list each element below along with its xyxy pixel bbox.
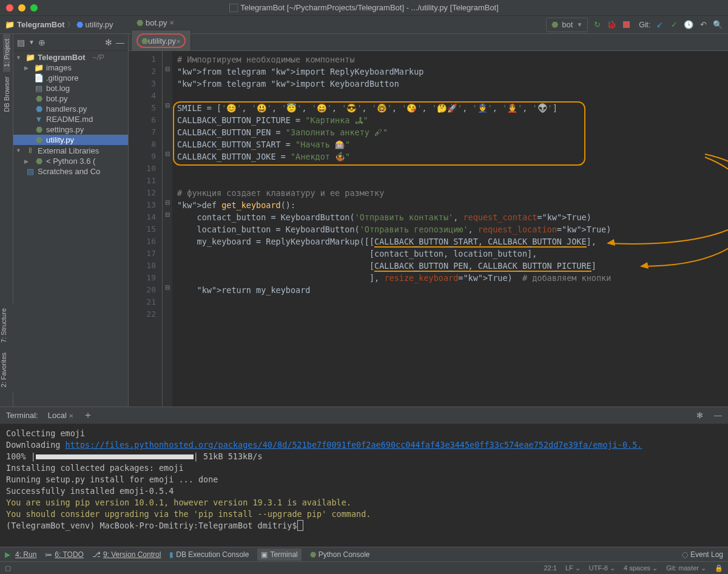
code-line[interactable] <box>177 90 723 102</box>
lock-readonly-icon[interactable]: 🔒 <box>715 564 723 572</box>
terminal-tool-button[interactable]: ▣ Terminal <box>257 549 301 561</box>
collapse-panel-icon[interactable]: — <box>714 411 722 420</box>
external-libraries-node[interactable]: ▼⫴External Libraries <box>13 145 128 156</box>
code-line[interactable]: # функция создает клавиатуру и ее размет… <box>177 187 723 199</box>
update-project-icon[interactable]: ↙ <box>654 19 665 30</box>
scratches-node[interactable]: ▨Scratches and Co <box>13 166 128 177</box>
tool-windows-icon[interactable]: ▢ <box>5 564 11 572</box>
editor-area: ⬣bot.py✕⬣utility.py✕ 1234567891011121314… <box>129 34 728 407</box>
project-view-icon[interactable]: ▤ <box>17 38 25 47</box>
collapse-icon[interactable]: — <box>116 38 124 47</box>
code-line[interactable]: location_button = KeyboardButton('Отправ… <box>177 223 723 235</box>
cursor-position[interactable]: 22:1 <box>544 564 556 572</box>
project-tool-button[interactable]: 1: Project <box>3 34 10 72</box>
chevron-right-icon: 〉 <box>67 20 74 29</box>
todo-tool-button[interactable]: ≔ 6: TODO <box>45 550 84 559</box>
line-sep[interactable]: LF ⌄ <box>565 564 581 572</box>
app-icon <box>229 4 238 12</box>
code-line[interactable]: CALLBACK_BUTTON_JOKE = "Анекдот 🤹" <box>177 150 723 163</box>
commit-icon[interactable]: ✓ <box>669 19 679 30</box>
tree-item-bot-log[interactable]: ▤bot.log <box>13 83 128 93</box>
vcs-tool-button[interactable]: ⎇ 9: Version Control <box>92 550 161 559</box>
terminal-body[interactable]: Collecting emoji Downloading https://fil… <box>0 424 728 535</box>
project-tree[interactable]: ▼📁TelegramBot ~/P ▶📁images📄.gitignore▤bo… <box>13 51 128 178</box>
code-line[interactable]: [contact_button, location_button], <box>177 248 723 260</box>
python-console-tool-button[interactable]: ⬣ Python Console <box>310 550 370 559</box>
gear-icon[interactable]: ✻ <box>696 411 703 420</box>
python-sdk-node[interactable]: ▶⬣< Python 3.6 ( <box>13 156 128 166</box>
close-icon[interactable]: ✕ <box>69 413 73 419</box>
code-line[interactable]: ], resize_keyboard="kw">True) # добавляе… <box>177 272 723 284</box>
code-line[interactable]: CALLBACK_BUTTON_PICTURE = "Картинка 🏞" <box>177 114 723 126</box>
terminal-panel: Terminal: Local ✕ ＋ ✻ — Collecting emoji… <box>0 407 728 546</box>
code-line[interactable]: CALLBACK_BUTTON_START = "Начать 🎰" <box>177 138 723 150</box>
tree-item-utility-py[interactable]: ⬣utility.py <box>13 135 128 145</box>
code-editor[interactable]: # Импортируем необходимые компоненты"kw"… <box>172 51 728 407</box>
target-icon[interactable]: ⊕ <box>38 38 46 47</box>
svg-rect-0 <box>229 4 238 12</box>
download-link[interactable]: https://files.pythonhosted.org/packages/… <box>66 440 642 450</box>
close-window-icon[interactable] <box>6 4 13 12</box>
run-tool-button[interactable]: ▶​4: Run <box>5 550 36 559</box>
minimize-window-icon[interactable] <box>18 4 25 12</box>
gear-icon[interactable]: ✻ <box>105 38 112 47</box>
traffic-lights <box>0 4 38 12</box>
bottom-tool-bar: ▶​4: Run ≔ 6: TODO ⎇ 9: Version Control … <box>0 547 728 561</box>
tree-item-handlers-py[interactable]: ⬣handlers.py <box>13 104 128 114</box>
close-icon[interactable]: ✕ <box>176 38 181 45</box>
code-line[interactable]: "kw">return my_keyboard <box>177 284 723 296</box>
line-gutter[interactable]: 12345678910111213141516171819202122 <box>129 51 163 407</box>
code-line[interactable] <box>177 163 723 175</box>
terminal-prompt[interactable]: (TelegramBot_venv) MacBook-Pro-Dmitriy:T… <box>6 520 722 532</box>
code-line[interactable] <box>177 296 723 308</box>
breadcrumb-file[interactable]: utility.py <box>86 20 113 29</box>
code-line[interactable] <box>177 175 723 187</box>
code-line[interactable]: "kw">from telegram "kw">import ReplyKeyb… <box>177 66 723 78</box>
window-title: TelegramBot [~/PycharmProjects/TelegramB… <box>229 3 499 12</box>
code-line[interactable]: [CALLBACK_BUTTON_PEN, CALLBACK_BUTTON_PI… <box>177 260 723 272</box>
tree-header: ▤ ▼ ⊕ ✻ — <box>13 34 128 51</box>
history-icon[interactable]: 🕓 <box>683 19 694 30</box>
db-browser-tool-button[interactable]: DB Browser <box>3 72 10 117</box>
tree-item-bot-py[interactable]: ⬣bot.py <box>13 93 128 104</box>
event-log-button[interactable]: ◌ Event Log <box>682 550 723 559</box>
git-branch[interactable]: Git: master ⌄ <box>666 564 706 572</box>
code-line[interactable]: # Импортируем необходимые компоненты <box>177 53 723 66</box>
editor-tab-utility-py[interactable]: ⬣utility.py✕ <box>131 30 191 50</box>
tree-item-images[interactable]: ▶📁images <box>13 62 128 73</box>
code-line[interactable]: "kw">from telegram "kw">import KeyboardB… <box>177 78 723 90</box>
run-icon[interactable]: ↻ <box>592 19 602 30</box>
tree-item-settings-py[interactable]: ⬣settings.py <box>13 124 128 135</box>
structure-tool-button[interactable]: 7: Structure <box>0 303 7 348</box>
maximize-window-icon[interactable] <box>30 4 38 12</box>
breadcrumb-project[interactable]: TelegramBot <box>17 20 65 29</box>
revert-icon[interactable]: ↶ <box>698 19 709 30</box>
encoding[interactable]: UTF-8 ⌄ <box>589 564 615 572</box>
tree-item-README-md[interactable]: ▼README.md <box>13 114 128 124</box>
chevron-down-icon[interactable]: ▼ <box>29 39 35 46</box>
search-icon[interactable]: 🔍 <box>712 19 723 30</box>
breadcrumb[interactable]: 📁 TelegramBot 〉 ⬣ utility.py <box>5 20 113 29</box>
terminal-tab-local[interactable]: Local ✕ <box>44 410 78 421</box>
add-terminal-button[interactable]: ＋ <box>83 409 93 422</box>
favorites-tool-button[interactable]: 2: Favorites <box>0 348 7 392</box>
tree-item--gitignore[interactable]: 📄.gitignore <box>13 73 128 83</box>
code-line[interactable]: CALLBACK_BUTTON_PEN = "Заполнить анкету … <box>177 126 723 138</box>
close-icon[interactable]: ✕ <box>169 19 174 26</box>
code-line[interactable]: "kw">def get_keyboard(): <box>177 199 723 211</box>
terminal-line: 100% || 51kB 513kB/s <box>6 451 722 462</box>
code-line[interactable]: contact_button = KeyboardButton('Отправи… <box>177 211 723 223</box>
editor-tab-bot-py[interactable]: ⬣bot.py✕ <box>131 15 191 30</box>
stop-icon[interactable] <box>621 19 632 30</box>
code-line[interactable]: my_keyboard = ReplyKeyboardMarkup([[CALL… <box>177 235 723 248</box>
code-line[interactable] <box>177 308 723 320</box>
code-line[interactable]: SMILE = ['😊', '😃', '😇', '😄', '😎', '🤓', '… <box>177 102 723 114</box>
db-console-tool-button[interactable]: ▮ DB Execution Console <box>169 550 249 559</box>
run-config-selector[interactable]: ⬣ bot ▼ <box>546 18 588 32</box>
git-label: Git: <box>639 21 650 29</box>
debug-icon[interactable]: 🐞 <box>606 19 617 30</box>
status-bar: ▢ 22:1 LF ⌄ UTF-8 ⌄ 4 spaces ⌄ Git: mast… <box>0 561 728 574</box>
tree-root[interactable]: ▼📁TelegramBot ~/P <box>13 52 128 62</box>
indent[interactable]: 4 spaces ⌄ <box>624 564 658 572</box>
fold-gutter[interactable]: ⊟⊟⊟⊟⊟⊟ <box>163 51 172 407</box>
